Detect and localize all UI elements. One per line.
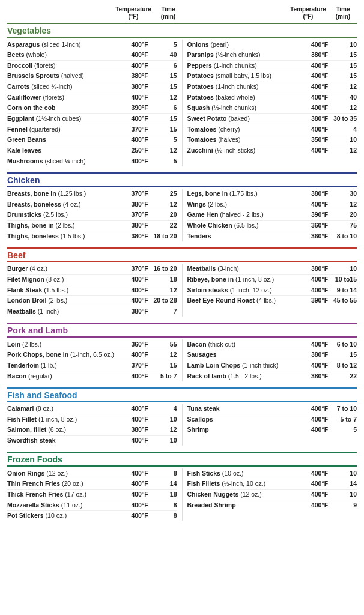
- table-row: Fish Fillets (½-inch, 10 oz.)400°F14: [187, 479, 357, 490]
- item-temp: 380°F: [306, 351, 333, 358]
- item-temp: 400°F: [306, 126, 333, 133]
- item-name: Tuna steak: [187, 405, 307, 413]
- item-time: 5 to 7: [153, 372, 177, 380]
- table-row: Tenders360°F8 to 10: [187, 231, 357, 241]
- table-row: Drumsticks (2.5 lbs.)370°F20: [7, 210, 177, 221]
- item-name: Eggplant (1½-inch cubes): [7, 115, 127, 123]
- right-col-vegetables: Onions (pearl)400°F10Parsnips (½-inch ch…: [182, 40, 357, 166]
- item-time: 18: [153, 276, 177, 283]
- item-time: 7 to 10: [333, 405, 357, 412]
- table-row: Sirloin steaks (1-inch, 12 oz.)400°F9 to…: [187, 285, 357, 296]
- table-row: Breasts, bone in (1.25 lbs.)370°F25: [7, 189, 177, 200]
- item-name: Potatoes (baked whole): [187, 94, 307, 102]
- section-beef: BeefBurger (4 oz.)370°F16 to 20Filet Mig…: [7, 247, 357, 317]
- table-row: Pot Stickers (10 oz.)400°F8: [7, 511, 177, 521]
- table-row: Filet Mignon (8 oz.)400°F18: [7, 275, 177, 286]
- table-row: Meatballs (3-inch)380°F10: [187, 264, 357, 275]
- table-row: Flank Steak (1.5 lbs.)400°F12: [7, 285, 177, 296]
- table-row: Lamb Loin Chops (1-inch thick)400°F8 to …: [187, 360, 357, 371]
- item-name: Tenderloin (1 lb.): [7, 362, 127, 370]
- item-time: 12: [153, 426, 177, 433]
- table-row: Breasts, boneless (4 oz.)380°F12: [7, 199, 177, 210]
- table-row: London Broil (2 lbs.)400°F20 to 28: [7, 296, 177, 307]
- item-temp: 380°F: [127, 201, 153, 208]
- item-temp: 390°F: [306, 297, 333, 304]
- item-time: 16 to 20: [153, 265, 177, 272]
- table-row: Broccoli (florets)400°F6: [7, 61, 177, 71]
- item-time: 18: [153, 491, 177, 498]
- section-title-frozen: Frozen Foods: [7, 452, 357, 467]
- table-row: Corn on the cob390°F6: [7, 103, 177, 114]
- item-time: 12: [333, 147, 357, 154]
- item-temp: 400°F: [127, 501, 153, 509]
- item-name: Pork Chops, bone in (1-inch, 6.5 oz.): [7, 351, 127, 359]
- item-time: 12: [153, 286, 177, 294]
- item-time: 15: [333, 351, 357, 358]
- item-name: Calamari (8 oz.): [7, 405, 127, 413]
- item-temp: 380°F: [306, 115, 333, 122]
- item-time: 12: [333, 201, 357, 208]
- item-name: Asparagus (sliced 1-inch): [7, 41, 127, 49]
- item-name: Mozzarella Sticks (11 oz.): [7, 501, 127, 510]
- section-vegetables: VegetablesAsparagus (sliced 1-inch)400°F…: [7, 23, 357, 166]
- table-row: Mozzarella Sticks (11 oz.)400°F8: [7, 500, 177, 511]
- item-temp: 400°F: [306, 276, 333, 283]
- item-time: 22: [153, 222, 177, 229]
- item-temp: 400°F: [306, 201, 333, 208]
- item-name: Kale leaves: [7, 147, 127, 155]
- item-time: 20 to 28: [153, 297, 177, 304]
- item-temp: 400°F: [306, 104, 333, 111]
- item-time: 20: [153, 211, 177, 218]
- item-temp: 370°F: [127, 362, 153, 369]
- item-temp: 400°F: [306, 62, 333, 69]
- item-temp: 400°F: [127, 470, 153, 477]
- section-title-pork: Pork and Lamb: [7, 323, 357, 338]
- table-row: Bacon (thick cut)400°F6 to 10: [187, 339, 357, 350]
- item-name: Green Beans: [7, 136, 127, 144]
- item-temp: 380°F: [306, 190, 333, 197]
- item-time: 5: [333, 426, 357, 433]
- item-temp: 400°F: [306, 405, 333, 412]
- item-time: 10: [153, 416, 177, 423]
- item-name: Meatballs (3-inch): [187, 265, 307, 273]
- item-time: 15: [153, 115, 177, 122]
- left-col-pork: Loin (2 lbs.)360°F55Pork Chops, bone in …: [7, 339, 182, 381]
- right-col-beef: Meatballs (3-inch)380°F10Ribeye, bone in…: [182, 264, 357, 317]
- item-time: 8: [153, 501, 177, 509]
- table-row: Bacon (regular)400°F5 to 7: [7, 371, 177, 381]
- table-row: Swordfish steak400°F10: [7, 436, 177, 446]
- item-name: Meatballs (1-inch): [7, 308, 127, 316]
- item-temp: 400°F: [306, 470, 333, 477]
- item-name: Fish Fillets (½-inch, 10 oz.): [187, 480, 307, 488]
- item-name: Loin (2 lbs.): [7, 341, 127, 349]
- item-temp: 400°F: [127, 41, 153, 48]
- item-temp: 400°F: [306, 341, 333, 348]
- item-time: 8: [153, 470, 177, 477]
- item-temp: 370°F: [127, 211, 153, 218]
- table-row: Beets (whole)400°F40: [7, 50, 177, 61]
- item-time: 10: [333, 470, 357, 477]
- left-col-vegetables: Asparagus (sliced 1-inch)400°F5Beets (wh…: [7, 40, 182, 166]
- item-time: 8 to 12: [333, 362, 357, 369]
- item-name: Chicken Nuggets (12 oz.): [187, 491, 307, 499]
- section-title-beef: Beef: [7, 247, 357, 262]
- item-time: 15: [153, 83, 177, 90]
- item-time: 12: [153, 94, 177, 101]
- item-time: 10: [153, 437, 177, 444]
- item-temp: 400°F: [306, 426, 333, 433]
- item-time: 14: [153, 480, 177, 487]
- item-temp: 360°F: [306, 222, 333, 229]
- sections-container: VegetablesAsparagus (sliced 1-inch)400°F…: [7, 23, 357, 521]
- item-time: 45 to 55: [333, 297, 357, 304]
- item-temp: 400°F: [306, 41, 333, 48]
- table-row: Burger (4 oz.)370°F16 to 20: [7, 264, 177, 275]
- item-temp: 400°F: [127, 372, 153, 380]
- item-temp: 400°F: [306, 83, 333, 90]
- table-row: Legs, bone in (1.75 lbs.)380°F30: [187, 189, 357, 200]
- item-name: Onions (pearl): [187, 41, 307, 49]
- table-row: Thighs, bone in (2 lbs.)380°F22: [7, 221, 177, 232]
- item-name: Tomatoes (halves): [187, 136, 307, 144]
- item-temp: 350°F: [306, 136, 333, 143]
- item-name: Thighs, boneless (1.5 lbs.): [7, 232, 127, 241]
- item-name: London Broil (2 lbs.): [7, 297, 127, 305]
